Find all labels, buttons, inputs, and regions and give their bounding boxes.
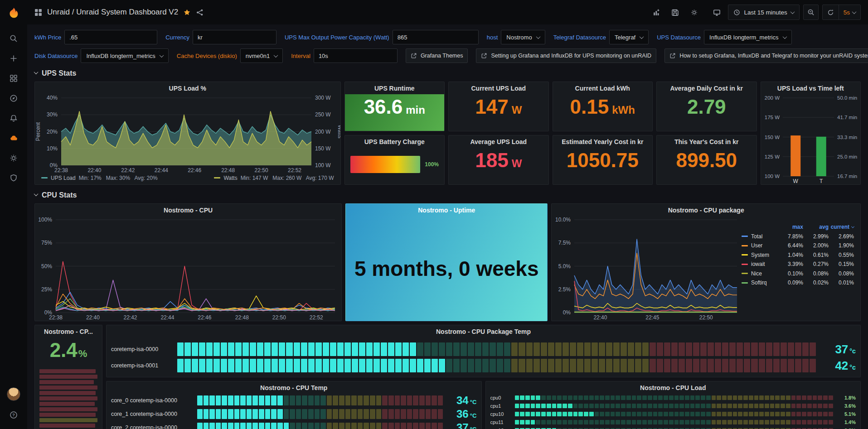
cycle-view-button[interactable] <box>709 5 724 20</box>
add-panel-icon <box>652 9 660 16</box>
panel-title[interactable]: Estimated Yearly Cost in kr <box>553 135 653 148</box>
svg-text:2.5%: 2.5% <box>558 286 571 293</box>
sidebar-item-search[interactable] <box>5 31 23 46</box>
panel-title[interactable]: Current Load kWh <box>553 82 653 94</box>
section-ups-stats[interactable]: UPS Stats <box>34 67 861 80</box>
panel-title[interactable]: UPS Load vs Time left <box>761 82 860 94</box>
clock-icon <box>733 9 740 16</box>
chevron-down-icon <box>34 192 39 196</box>
refresh-interval-select[interactable]: 5s <box>839 5 860 19</box>
compass-icon <box>9 94 18 103</box>
sidebar-item-server-admin[interactable] <box>5 170 23 186</box>
legend-header-max[interactable]: max <box>778 224 803 230</box>
panel-nostromo-uptime: Nostromo - Uptime 5 months, 0 weeks <box>345 203 548 321</box>
panel-title[interactable]: Nostromo - CPU <box>35 204 341 216</box>
kwh-price-input[interactable] <box>64 30 157 44</box>
stat-value: 899.50 <box>676 150 737 170</box>
histogram-bar <box>39 413 96 417</box>
interval-input[interactable] <box>314 48 398 63</box>
cache-devices-select[interactable]: nvme0n1 <box>240 48 283 63</box>
save-dashboard-button[interactable] <box>667 5 683 20</box>
legend-row[interactable]: Nice0.10%0.08%0.08% <box>742 269 854 279</box>
ups-load-vs-time-chart[interactable]: 100 W125 W150 W175 W200 W16.7 min25.0 mi… <box>761 94 860 184</box>
panel-title[interactable]: UPS Load % <box>35 82 340 94</box>
panel-title[interactable]: Current UPS Load <box>449 82 548 94</box>
chevron-down-icon <box>274 53 278 58</box>
svg-text:50%: 50% <box>41 263 52 270</box>
sidebar-item-configuration[interactable] <box>5 150 23 166</box>
histogram-bar <box>39 407 97 411</box>
cpu-package-chart[interactable]: 0%2.5%5.0%7.5%10.0%22:4022:4522:50 <box>552 216 742 321</box>
link-grafana-themes[interactable]: Grafana Themes <box>406 48 468 63</box>
host-select-value: Nostromo <box>506 34 532 41</box>
share-icon[interactable] <box>196 9 204 16</box>
ups-datasource-select[interactable]: InfluxDB longterm_metrics <box>704 30 791 44</box>
panel-title[interactable]: UPS Battery Charge <box>345 135 445 148</box>
cpu-chart[interactable]: 0%25%50%75%100%22:3822:4022:4222:4422:46… <box>35 216 341 321</box>
legend-item[interactable]: WattsMin: 147 W Max: 260 W Avg: 170 W <box>214 175 334 181</box>
led-gauge-row: coretemp-isa-000037°c <box>107 341 860 357</box>
currency-input[interactable] <box>193 30 276 44</box>
sidebar-item-cloud[interactable] <box>5 130 23 146</box>
user-avatar[interactable] <box>7 387 20 401</box>
panel-title[interactable]: Average UPS Load <box>449 135 548 148</box>
save-icon <box>671 9 679 16</box>
ups-load-chart[interactable]: 0%10%20%30%40%100 W150 W200 W250 W300 W2… <box>35 94 340 174</box>
time-range-picker[interactable]: Last 15 minutes <box>728 5 799 20</box>
disk-datasource-select[interactable]: InfluxDB longterm_metrics <box>81 48 168 63</box>
dashboard-settings-button[interactable] <box>686 5 702 20</box>
grafana-logo[interactable] <box>5 5 22 21</box>
variable-ups-max-output: UPS Max Output Power Capacity (Watt) <box>285 30 479 44</box>
favorite-star-icon[interactable] <box>183 9 191 16</box>
telegraf-datasource-select[interactable]: Telegraf <box>609 30 649 44</box>
ups-max-output-input[interactable] <box>393 30 479 44</box>
stat-value-group: 2.79 <box>657 94 756 131</box>
legend-row[interactable]: iowait3.39%0.27%0.15% <box>742 260 854 269</box>
legend-row[interactable]: User6.44%2.00%1.90% <box>742 241 854 251</box>
svg-text:22:42: 22:42 <box>123 314 137 321</box>
panel-title[interactable]: This Year's Cost in kr <box>657 135 756 148</box>
led-gauge-row: core_0 coretemp-isa-000034°C <box>107 394 481 407</box>
zoom-out-button[interactable] <box>803 5 819 20</box>
legend-row[interactable]: Softirq0.09%0.02%0.01% <box>742 278 854 288</box>
cpu-bottom-pair: Nostromo - CPU Temp core_0 coretemp-isa-… <box>106 381 861 429</box>
link-label: Grafana Themes <box>421 53 463 59</box>
dashboard-title[interactable]: Unraid / Unraid System Dashboard V2 <box>47 8 178 17</box>
legend-header-current[interactable]: current <box>829 224 854 230</box>
refresh-button[interactable] <box>823 5 839 19</box>
variable-host: host Nostromo <box>487 30 545 44</box>
legend-row[interactable]: Total7.85%2.99%2.69% <box>742 232 854 241</box>
led-row-label: cpu10 <box>490 411 510 417</box>
add-panel-button[interactable] <box>648 5 664 20</box>
panel-title[interactable]: Nostromo - CP... <box>35 325 102 337</box>
link-ups-monitoring-guide[interactable]: Setting up Grafana and InfluxDB for UPS … <box>476 48 656 63</box>
legend-row[interactable]: System1.04%0.61%0.55% <box>742 251 854 260</box>
panel-title[interactable]: Nostromo - Uptime <box>346 204 547 216</box>
panel-title[interactable]: Nostromo - CPU package <box>552 204 860 216</box>
stat-value-group: 0.15 kWh <box>553 94 653 131</box>
host-select[interactable]: Nostromo <box>501 30 545 44</box>
sidebar-item-explore[interactable] <box>5 91 23 106</box>
svg-text:7.5%: 7.5% <box>558 240 571 246</box>
help-button[interactable]: ? <box>5 407 23 423</box>
sidebar-item-alerting[interactable] <box>5 111 23 126</box>
legend-avg: 0.61% <box>803 252 829 258</box>
legend-header-avg[interactable]: avg <box>803 224 829 230</box>
svg-text:25.0 min: 25.0 min <box>837 154 857 159</box>
refresh-interval-label: 5s <box>844 9 850 16</box>
panel-title[interactable]: Nostromo - CPU Temp <box>107 381 481 394</box>
section-cpu-stats[interactable]: CPU Stats <box>34 189 861 202</box>
led-row-value: 34°C <box>448 395 477 406</box>
panel-title[interactable]: Nostromo - CPU Package Temp <box>107 325 860 337</box>
svg-text:150 W: 150 W <box>764 135 779 140</box>
stat-unit: kWh <box>612 104 635 116</box>
legend-avg: 2.00% <box>803 242 829 249</box>
sidebar-item-create[interactable] <box>5 51 23 66</box>
legend-item[interactable]: UPS LoadMin: 17% Max: 30% Avg: 20% <box>41 175 158 181</box>
panel-title[interactable]: UPS Runtime <box>345 82 445 94</box>
panel-title[interactable]: Nostromo - CPU Load <box>486 381 861 394</box>
sidebar-item-dashboards[interactable] <box>5 71 23 86</box>
svg-text:10.0%: 10.0% <box>555 217 571 223</box>
panel-title[interactable]: Average Daily Cost in kr <box>657 82 756 94</box>
link-unraid-monitoring-guide[interactable]: How to setup Grafana, InfluxDB and Teleg… <box>664 48 868 63</box>
